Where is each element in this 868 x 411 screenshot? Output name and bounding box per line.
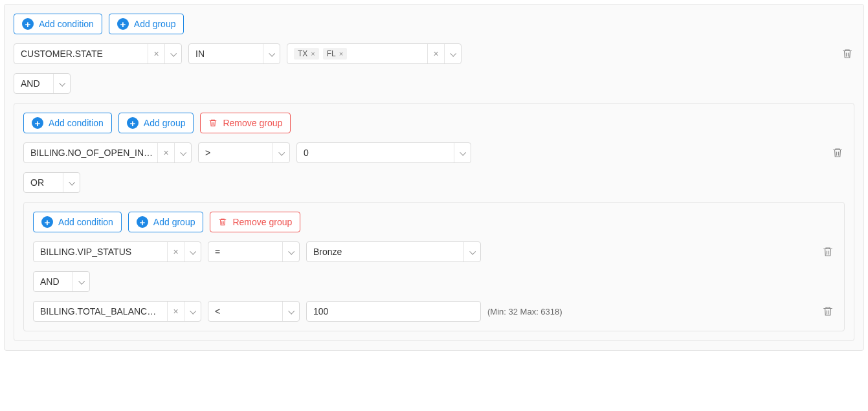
- close-icon[interactable]: ×: [311, 50, 315, 58]
- chevron-down-icon[interactable]: [263, 44, 280, 63]
- trash-icon: [822, 246, 834, 258]
- add-group-label: Add group: [144, 118, 186, 128]
- trash-icon: [822, 305, 834, 317]
- field-select[interactable]: BILLING.NO_OF_OPEN_IN… ×: [23, 142, 192, 163]
- remove-group-button[interactable]: Remove group: [200, 113, 291, 133]
- logic-value: AND: [14, 74, 53, 93]
- value-select[interactable]: Bronze: [306, 241, 481, 262]
- clear-icon[interactable]: ×: [148, 44, 164, 63]
- field-select[interactable]: BILLING.VIP_STATUS ×: [33, 241, 201, 262]
- value-input[interactable]: [306, 301, 481, 322]
- chevron-down-icon[interactable]: [463, 242, 480, 261]
- condition-row: BILLING.VIP_STATUS × = Bronze: [33, 241, 835, 262]
- value-field[interactable]: [307, 302, 480, 321]
- add-condition-button[interactable]: + Add condition: [33, 212, 122, 232]
- root-group: + Add condition + Add group CUSTOMER.STA…: [4, 4, 864, 351]
- add-group-button[interactable]: + Add group: [109, 14, 184, 34]
- delete-condition-button[interactable]: [821, 304, 835, 318]
- logic-value: OR: [24, 173, 63, 192]
- chevron-down-icon[interactable]: [63, 173, 80, 192]
- value-select[interactable]: 0: [296, 142, 471, 163]
- trash-icon: [832, 147, 843, 159]
- plus-icon: +: [137, 216, 148, 228]
- trash-icon: [208, 118, 217, 128]
- plus-icon: +: [117, 18, 129, 30]
- chevron-down-icon[interactable]: [184, 242, 201, 261]
- field-value: BILLING.NO_OF_OPEN_IN…: [24, 143, 157, 162]
- condition-row: BILLING.TOTAL_BALANC… × < (Min: 32 Max: …: [33, 301, 835, 322]
- clear-icon[interactable]: ×: [167, 302, 184, 321]
- add-condition-label: Add condition: [49, 118, 104, 128]
- delete-condition-button[interactable]: [830, 146, 845, 160]
- operator-select[interactable]: <: [208, 301, 300, 322]
- field-select[interactable]: CUSTOMER.STATE ×: [14, 43, 182, 64]
- logic-select[interactable]: OR: [23, 172, 80, 193]
- delete-condition-button[interactable]: [840, 47, 854, 61]
- field-value: BILLING.VIP_STATUS: [34, 242, 167, 261]
- chevron-down-icon[interactable]: [282, 242, 299, 261]
- logic-row: AND: [33, 271, 835, 292]
- operator-select[interactable]: IN: [188, 43, 280, 64]
- clear-icon[interactable]: ×: [167, 242, 184, 261]
- chevron-down-icon[interactable]: [454, 143, 471, 162]
- operator-select[interactable]: >: [198, 142, 290, 163]
- clear-icon[interactable]: ×: [427, 44, 444, 63]
- remove-group-label: Remove group: [232, 217, 292, 227]
- chevron-down-icon[interactable]: [53, 74, 70, 93]
- add-condition-button[interactable]: + Add condition: [23, 113, 112, 133]
- operator-value: =: [208, 242, 282, 261]
- tag: TX ×: [294, 48, 319, 60]
- add-condition-label: Add condition: [58, 217, 113, 227]
- clear-icon[interactable]: ×: [157, 143, 174, 162]
- add-condition-label: Add condition: [39, 19, 94, 29]
- plus-icon: +: [41, 216, 53, 228]
- operator-value: <: [208, 302, 282, 321]
- logic-row: AND: [14, 73, 854, 94]
- trash-icon: [841, 48, 853, 60]
- chevron-down-icon[interactable]: [174, 143, 191, 162]
- plus-icon: +: [22, 18, 34, 30]
- add-group-label: Add group: [153, 217, 195, 227]
- close-icon[interactable]: ×: [339, 50, 343, 58]
- tag-label: FL: [327, 49, 336, 58]
- chevron-down-icon[interactable]: [164, 44, 181, 63]
- add-group-button[interactable]: + Add group: [128, 212, 204, 232]
- chevron-down-icon[interactable]: [184, 302, 201, 321]
- value-multiselect[interactable]: TX × FL × ×: [287, 43, 462, 64]
- group-toolbar: + Add condition + Add group Remove group: [23, 113, 845, 133]
- add-group-label: Add group: [134, 19, 176, 29]
- group-toolbar: + Add condition + Add group Remove group: [33, 212, 835, 232]
- add-group-button[interactable]: + Add group: [118, 113, 194, 133]
- operator-select[interactable]: =: [208, 241, 300, 262]
- condition-row: CUSTOMER.STATE × IN TX × FL ×: [14, 43, 854, 64]
- condition-row: BILLING.NO_OF_OPEN_IN… × > 0: [23, 142, 845, 163]
- root-toolbar: + Add condition + Add group: [14, 14, 854, 34]
- plus-icon: +: [32, 117, 43, 129]
- trash-icon: [218, 217, 227, 227]
- delete-condition-button[interactable]: [821, 245, 835, 259]
- operator-value: IN: [189, 44, 263, 63]
- operator-value: >: [199, 143, 273, 162]
- nested-group: + Add condition + Add group Remove group: [23, 202, 845, 331]
- field-value: BILLING.TOTAL_BALANC…: [34, 302, 167, 321]
- chevron-down-icon[interactable]: [273, 143, 289, 162]
- logic-select[interactable]: AND: [14, 73, 71, 94]
- add-condition-button[interactable]: + Add condition: [14, 14, 102, 34]
- chevron-down-icon[interactable]: [282, 302, 299, 321]
- chevron-down-icon[interactable]: [72, 272, 89, 291]
- field-value: CUSTOMER.STATE: [14, 44, 148, 63]
- nested-group: + Add condition + Add group Remove group…: [14, 103, 854, 341]
- value-value: Bronze: [307, 242, 463, 261]
- chevron-down-icon[interactable]: [444, 44, 461, 63]
- logic-select[interactable]: AND: [33, 271, 90, 292]
- plus-icon: +: [127, 117, 139, 129]
- range-hint: (Min: 32 Max: 6318): [487, 307, 562, 317]
- tag: FL ×: [323, 48, 347, 60]
- logic-value: AND: [34, 272, 72, 291]
- value-value: 0: [297, 143, 454, 162]
- field-select[interactable]: BILLING.TOTAL_BALANC… ×: [33, 301, 201, 322]
- logic-row: OR: [23, 172, 845, 193]
- tag-label: TX: [298, 49, 307, 58]
- remove-group-label: Remove group: [223, 118, 282, 128]
- remove-group-button[interactable]: Remove group: [210, 212, 300, 232]
